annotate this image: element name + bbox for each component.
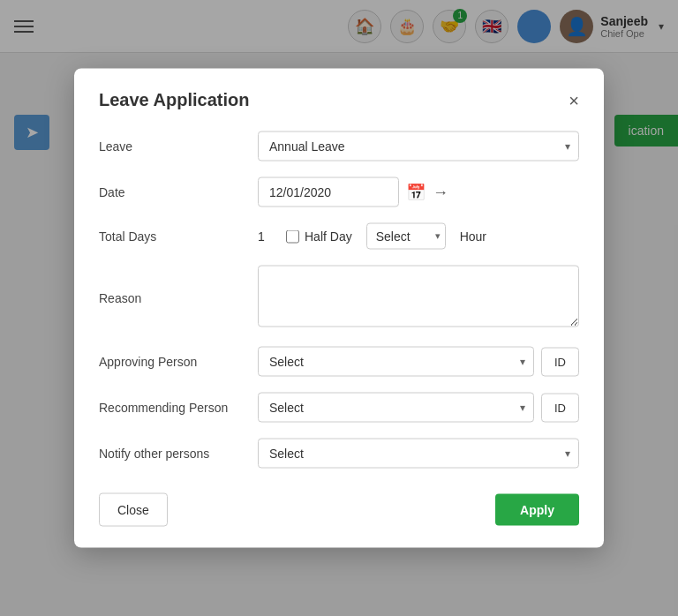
approving-person-control: Select ▾ ID (258, 347, 579, 377)
approving-person-inner-row: Select ▾ ID (258, 347, 579, 377)
leave-label: Leave (99, 139, 258, 154)
recommending-person-row: Recommending Person Select ▾ ID (99, 393, 579, 423)
approving-person-select[interactable]: Select (258, 347, 534, 377)
half-day-label: Half Day (305, 229, 352, 244)
leave-select[interactable]: Annual Leave (258, 131, 579, 162)
date-row: Date 📅 → (99, 177, 579, 207)
leave-control: Annual Leave ▾ (258, 131, 579, 162)
approving-person-label: Approving Person (99, 355, 258, 369)
recommending-person-inner-row: Select ▾ ID (258, 393, 579, 423)
recommending-person-control: Select ▾ ID (258, 393, 579, 423)
close-footer-button[interactable]: Close (99, 493, 168, 527)
notify-persons-control: Select ▾ (258, 439, 579, 469)
modal-title: Leave Application (99, 90, 249, 110)
hour-select[interactable]: Select (366, 223, 446, 250)
leave-row: Leave Annual Leave ▾ (99, 131, 579, 162)
recommending-person-select-wrapper: Select ▾ (258, 393, 534, 423)
date-control: 📅 → (258, 177, 579, 207)
calendar-icon[interactable]: 📅 (406, 183, 426, 202)
recommending-person-label: Recommending Person (99, 401, 258, 415)
leave-application-modal: Leave Application × Leave Annual Leave ▾… (74, 69, 604, 548)
notify-persons-row: Notify other persons Select ▾ (99, 439, 579, 469)
date-input-row: 📅 → (258, 177, 579, 207)
date-input[interactable] (258, 177, 399, 207)
notify-persons-label: Notify other persons (99, 447, 258, 461)
reason-label: Reason (99, 291, 258, 305)
total-days-label: Total Days (99, 229, 258, 244)
date-arrow-icon: → (433, 183, 448, 201)
approving-person-id-button[interactable]: ID (541, 347, 579, 376)
reason-textarea[interactable] (258, 266, 579, 327)
reason-row: Reason (99, 266, 579, 331)
hour-label: Hour (460, 229, 486, 244)
notify-persons-select[interactable]: Select (258, 439, 579, 469)
total-days-row: Total Days 1 Half Day Select ▾ Hour (99, 223, 579, 250)
approving-person-row: Approving Person Select ▾ ID (99, 347, 579, 377)
approving-person-select-wrapper: Select ▾ (258, 347, 534, 377)
modal-footer: Close Apply (99, 493, 579, 527)
half-day-group: Half Day (286, 229, 352, 244)
total-days-control: 1 Half Day Select ▾ Hour (258, 223, 579, 250)
date-label: Date (99, 185, 258, 199)
days-value: 1 (258, 229, 272, 244)
hour-select-wrapper: Select ▾ (366, 223, 446, 250)
recommending-person-select[interactable]: Select (258, 393, 534, 423)
modal-header: Leave Application × (99, 90, 579, 110)
notify-persons-select-wrapper: Select ▾ (258, 439, 579, 469)
leave-select-wrapper: Annual Leave ▾ (258, 131, 579, 162)
modal-close-button[interactable]: × (569, 91, 579, 109)
reason-control (258, 266, 579, 331)
total-days-inner-row: 1 Half Day Select ▾ Hour (258, 223, 579, 250)
recommending-person-id-button[interactable]: ID (541, 393, 579, 422)
apply-button[interactable]: Apply (495, 494, 579, 526)
half-day-checkbox[interactable] (286, 229, 299, 243)
